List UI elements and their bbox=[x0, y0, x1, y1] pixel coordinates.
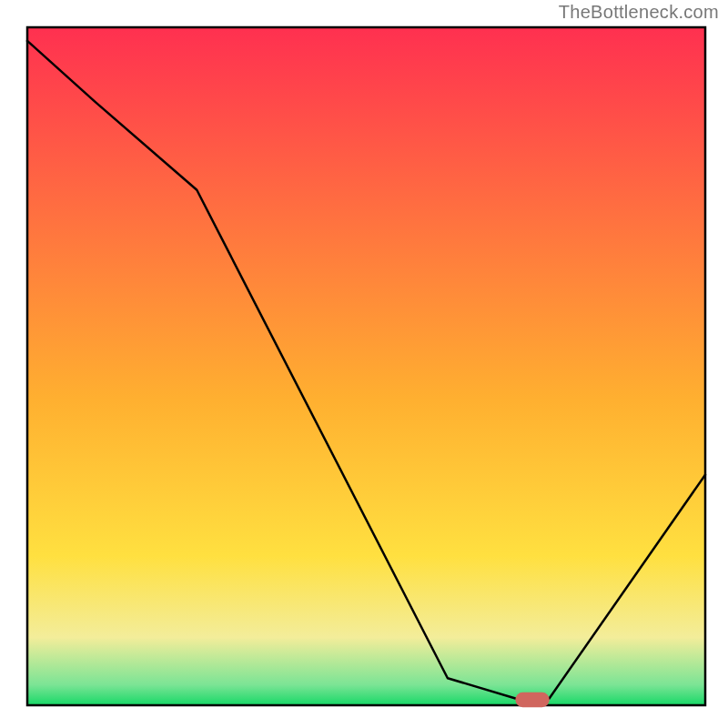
chart-container: { "watermark": "TheBottleneck.com", "col… bbox=[0, 0, 728, 728]
bottleneck-chart bbox=[0, 0, 728, 728]
plot-area bbox=[27, 27, 705, 705]
optimal-marker bbox=[515, 693, 549, 707]
watermark-text: TheBottleneck.com bbox=[559, 2, 719, 23]
